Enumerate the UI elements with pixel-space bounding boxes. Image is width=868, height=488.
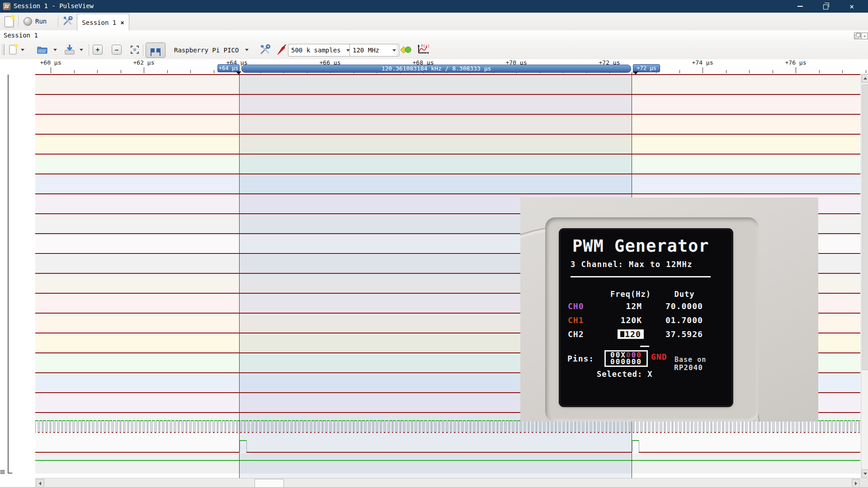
- lcd-edit-cursor: [620, 331, 624, 337]
- channels-probe-button[interactable]: [275, 43, 288, 56]
- device-selector[interactable]: Raspberry Pi PICO: [174, 44, 257, 56]
- scroll-right-button[interactable]: [852, 479, 860, 488]
- separator: [89, 44, 89, 56]
- lcd-note-line1: Base on: [675, 356, 706, 364]
- scrollbar-corner: [861, 478, 868, 488]
- lcd-channel-name: CH1: [568, 315, 584, 325]
- add-math-signal-button[interactable]: f(x): [417, 43, 429, 56]
- lcd-title: PWM Generator: [572, 236, 709, 256]
- lcd-channel-name: CH0: [568, 301, 584, 311]
- lcd-row-ch0: CH012M70.0000: [561, 301, 731, 311]
- trace-view: +60 µs+62 µs+64 µs+66 µs+68 µs+70 µs+72 …: [0, 59, 868, 488]
- cursor-line-left[interactable]: [239, 72, 240, 478]
- lcd-column-freq: Freq(Hz): [606, 290, 656, 299]
- capture-toolbar: + − Raspberry Pi PICO 500 k samples 120 …: [0, 41, 868, 60]
- new-view-button[interactable]: [7, 43, 20, 56]
- zoom-fit-button[interactable]: [128, 43, 141, 56]
- save-dropdown-icon[interactable]: [80, 49, 83, 51]
- cursor-flag-left-pointer: [236, 71, 241, 75]
- restore-icon: [823, 5, 828, 9]
- horizontal-scroll-thumb[interactable]: [255, 479, 284, 488]
- scroll-down-button[interactable]: [862, 469, 868, 478]
- vertical-scroll-thumb[interactable]: [862, 84, 868, 370]
- close-icon: ×: [849, 2, 854, 11]
- new-session-button[interactable]: [5, 16, 14, 27]
- sample-rate-select[interactable]: 120 MHz: [349, 44, 399, 56]
- cursor-flag-right-pointer: [633, 71, 638, 75]
- lcd-row-ch1: CH1120K01.7000: [561, 315, 731, 325]
- lcd-divider: [571, 276, 711, 277]
- separator: [143, 44, 143, 56]
- dock-float-icon[interactable]: [854, 33, 861, 39]
- lcd-pin-row-bottom: 000000: [606, 358, 646, 365]
- run-button[interactable]: Run: [22, 14, 52, 28]
- lcd-duty-value: 01.7000: [665, 315, 706, 325]
- restore-button[interactable]: [814, 0, 839, 13]
- title-bar: Session 1 - PulseView ×: [0, 0, 868, 13]
- scroll-left-button[interactable]: [36, 479, 44, 488]
- lcd-column-duty: Duty: [665, 290, 703, 299]
- lcd-gnd-label: GND: [651, 352, 667, 361]
- separator: [397, 44, 397, 56]
- new-view-dropdown-icon[interactable]: [21, 49, 24, 51]
- dock-title-bar: Session 1 ×: [0, 30, 868, 41]
- lcd-frequency-value: 12M: [600, 301, 642, 311]
- window-title: Session 1 - PulseView: [14, 2, 94, 9]
- run-icon: [24, 17, 32, 26]
- horizontal-scrollbar[interactable]: [35, 478, 860, 488]
- lcd-selected-label: Selected: X: [597, 370, 653, 379]
- settings-wrench-icon[interactable]: [62, 16, 73, 26]
- cursor-flag-icon: [156, 48, 160, 52]
- dock-close-icon[interactable]: ×: [861, 33, 868, 39]
- lcd-dash-mark: [640, 346, 649, 347]
- lcd-note-line2: RP2040: [674, 363, 703, 372]
- main-toolbar: Run Session 1 ×: [0, 13, 868, 31]
- run-label: Run: [35, 18, 47, 25]
- zoom-out-icon: −: [115, 46, 118, 53]
- lcd-pins-label: Pins:: [567, 354, 594, 363]
- lcd-channel-name: CH2: [568, 329, 584, 339]
- lcd-row-ch2: CH212037.5926: [561, 329, 731, 339]
- tab-session-1[interactable]: Session 1 ×: [77, 14, 129, 31]
- lcd-pin-diagram: 00X000 000000: [604, 350, 648, 367]
- toolbar-grip[interactable]: [2, 44, 3, 55]
- scroll-up-button[interactable]: [862, 74, 868, 83]
- device-photo: PWM Generator 3 Channel: Max to 12MHz Fr…: [520, 197, 818, 422]
- svg-text:f(x): f(x): [421, 44, 429, 48]
- lcd-screen: PWM Generator 3 Channel: Max to 12MHz Fr…: [561, 230, 731, 405]
- sample-count-select[interactable]: 500 k samples: [288, 44, 353, 56]
- chevron-down-icon: [245, 49, 249, 51]
- save-button[interactable]: [63, 43, 76, 56]
- configure-device-button[interactable]: [259, 43, 271, 56]
- zoom-in-icon: +: [96, 46, 99, 53]
- show-cursors-toggle[interactable]: [146, 42, 165, 58]
- app-icon: [3, 3, 10, 10]
- zoom-out-button[interactable]: −: [110, 43, 123, 56]
- cursor-flag-icon: [151, 48, 155, 52]
- zoom-in-button[interactable]: +: [91, 43, 104, 56]
- separator: [58, 15, 58, 27]
- lcd-frequency-value: 120K: [600, 315, 642, 325]
- minimize-button[interactable]: [788, 0, 813, 13]
- device-name: Raspberry Pi PICO: [174, 47, 239, 54]
- chevron-down-icon: [392, 49, 396, 52]
- tab-close-icon[interactable]: ×: [120, 19, 124, 26]
- close-button[interactable]: ×: [839, 0, 864, 13]
- open-button[interactable]: [36, 43, 49, 56]
- separator: [18, 15, 19, 27]
- tab-label: Session 1: [82, 19, 116, 26]
- lcd-duty-value: 37.5926: [665, 329, 706, 339]
- lcd-duty-value: 70.0000: [665, 301, 706, 311]
- sample-rate-value: 120 MHz: [353, 47, 379, 54]
- add-decoder-button[interactable]: [400, 43, 412, 56]
- minimize-icon: [797, 6, 803, 7]
- vertical-scrollbar[interactable]: [861, 74, 868, 478]
- dock-title: Session 1: [4, 32, 38, 39]
- lcd-subtitle: 3 Channel: Max to 12MHz: [571, 260, 693, 269]
- open-dropdown-icon[interactable]: [53, 49, 57, 51]
- sample-count-value: 500 k samples: [291, 47, 341, 54]
- cursor-measurement-bar[interactable]: 120.361083184 kHz / 8.308333 µs: [241, 65, 631, 73]
- lcd-frequency-value: 120: [618, 329, 644, 339]
